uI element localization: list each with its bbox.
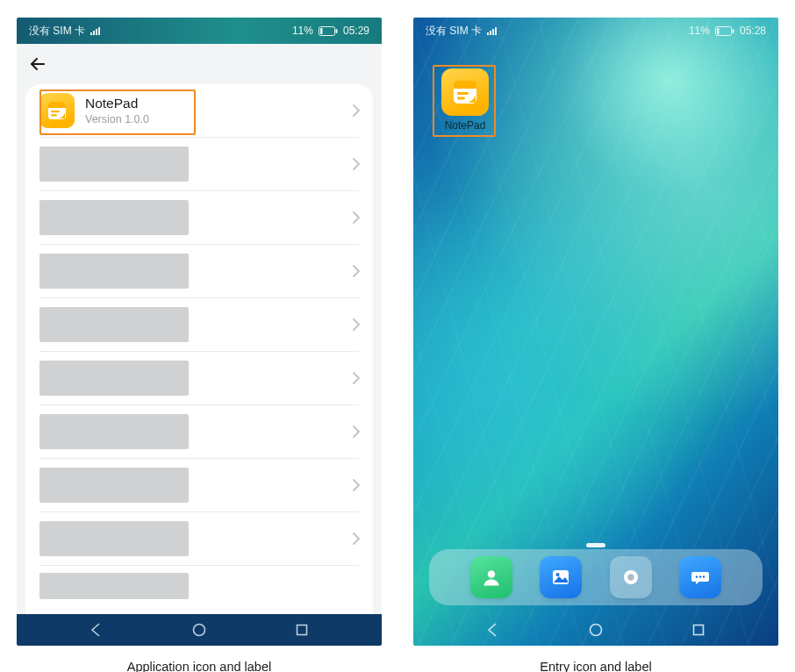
dock-messages-icon[interactable] — [679, 556, 721, 598]
svg-point-32 — [699, 575, 701, 577]
placeholder-block — [39, 147, 189, 182]
notepad-icon — [441, 68, 489, 116]
svg-rect-16 — [492, 29, 494, 35]
home-screen: NotePad — [413, 18, 778, 646]
battery-icon — [715, 26, 734, 36]
svg-rect-15 — [490, 31, 491, 35]
chevron-right-icon — [352, 318, 361, 332]
phone-right: 没有 SIM 卡 11% 05:28 — [413, 18, 778, 646]
signal-icon — [90, 26, 103, 35]
nav-bar-left — [17, 614, 382, 646]
dock — [429, 549, 763, 605]
svg-rect-25 — [457, 97, 465, 100]
nav-home-button[interactable] — [176, 618, 222, 642]
placeholder-block — [39, 307, 189, 342]
right-column: 没有 SIM 卡 11% 05:28 — [413, 18, 778, 672]
nav-recent-button[interactable] — [676, 618, 721, 642]
svg-rect-11 — [51, 114, 57, 116]
svg-rect-2 — [96, 29, 97, 35]
svg-point-12 — [194, 625, 205, 636]
app-list-row-notepad[interactable]: NotePad Version 1.0.0 — [25, 84, 373, 137]
svg-rect-24 — [457, 92, 469, 95]
placeholder-block — [39, 414, 189, 449]
phone-left: 没有 SIM 卡 11% 05:29 — [17, 18, 382, 646]
chevron-right-icon — [352, 211, 361, 225]
app-list-row-placeholder[interactable] — [25, 405, 373, 458]
app-list-card: NotePad Version 1.0.0 — [25, 84, 373, 614]
svg-rect-1 — [93, 31, 95, 35]
caption-right: Entry icon and label — [540, 660, 651, 672]
clock-right: 05:28 — [740, 25, 766, 37]
svg-rect-5 — [320, 28, 323, 34]
app-version: Version 1.0.0 — [85, 113, 345, 125]
svg-rect-23 — [454, 85, 476, 89]
svg-point-34 — [591, 625, 602, 636]
placeholder-block — [39, 200, 189, 235]
back-arrow-icon[interactable] — [27, 54, 48, 75]
svg-point-26 — [488, 570, 495, 577]
svg-rect-20 — [732, 29, 734, 33]
home-app-label: NotePad — [434, 119, 496, 132]
chevron-right-icon — [352, 264, 361, 278]
svg-rect-17 — [495, 27, 497, 35]
carrier-label: 没有 SIM 卡 — [426, 24, 482, 39]
left-column: 没有 SIM 卡 11% 05:29 — [17, 18, 382, 672]
nav-recent-button[interactable] — [279, 618, 325, 642]
caption-left: Application icon and label — [127, 660, 271, 672]
svg-rect-0 — [90, 32, 92, 35]
app-list-row-placeholder[interactable] — [25, 191, 373, 244]
svg-point-33 — [703, 575, 705, 577]
back-row — [17, 44, 382, 84]
svg-rect-14 — [487, 32, 489, 35]
carrier-label: 没有 SIM 卡 — [29, 24, 85, 39]
home-app-shortcut[interactable]: NotePad — [434, 68, 496, 132]
placeholder-block — [39, 254, 189, 289]
placeholder-block — [39, 361, 189, 396]
battery-pct: 11% — [689, 25, 710, 37]
chevron-right-icon — [352, 371, 361, 385]
svg-rect-9 — [48, 105, 66, 108]
nav-back-button[interactable] — [470, 618, 516, 642]
svg-rect-10 — [51, 111, 60, 112]
page-indicator — [586, 543, 605, 547]
svg-rect-3 — [98, 27, 100, 35]
app-list-row-placeholder[interactable] — [25, 245, 373, 297]
placeholder-block — [39, 468, 189, 503]
nav-home-button[interactable] — [573, 618, 619, 642]
signal-icon — [487, 26, 499, 35]
app-list-row-placeholder[interactable] — [25, 138, 373, 190]
clock-left: 05:29 — [343, 25, 369, 37]
svg-rect-35 — [694, 626, 704, 635]
dock-gallery-icon[interactable] — [540, 556, 582, 598]
nav-bar-right — [413, 614, 778, 646]
svg-rect-13 — [297, 626, 307, 635]
battery-icon — [319, 26, 338, 36]
placeholder-block — [39, 521, 189, 556]
battery-pct: 11% — [292, 25, 313, 37]
app-name: NotePad — [85, 96, 345, 112]
chevron-right-icon — [352, 425, 361, 439]
notepad-icon — [39, 93, 75, 128]
dock-contacts-icon[interactable] — [470, 556, 512, 598]
svg-point-31 — [696, 575, 698, 577]
app-list-row-placeholder[interactable] — [25, 512, 373, 565]
app-list-row-placeholder[interactable] — [25, 566, 373, 601]
chevron-right-icon — [352, 478, 361, 492]
dock-camera-icon[interactable] — [610, 556, 652, 598]
chevron-right-icon — [352, 104, 361, 118]
figure-stage: 没有 SIM 卡 11% 05:29 — [0, 18, 795, 672]
svg-rect-19 — [717, 28, 720, 34]
status-bar-left: 没有 SIM 卡 11% 05:29 — [17, 18, 382, 44]
status-bar-right: 没有 SIM 卡 11% 05:28 — [413, 18, 778, 44]
nav-back-button[interactable] — [74, 618, 119, 642]
app-list-row-placeholder[interactable] — [25, 352, 373, 404]
app-list-row-placeholder[interactable] — [25, 459, 373, 511]
svg-point-28 — [556, 573, 560, 576]
chevron-right-icon — [352, 157, 361, 171]
chevron-right-icon — [352, 532, 361, 546]
placeholder-block — [39, 573, 189, 599]
svg-rect-6 — [335, 29, 337, 33]
app-list-row-placeholder[interactable] — [25, 298, 373, 351]
svg-point-30 — [627, 574, 634, 580]
